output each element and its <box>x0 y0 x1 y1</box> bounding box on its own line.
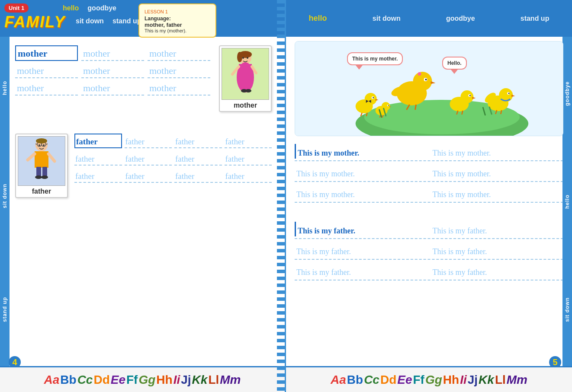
father-image-card: father <box>15 134 68 198</box>
father-image <box>18 136 65 186</box>
trace-father-10[interactable]: father <box>125 168 172 183</box>
svg-point-28 <box>43 144 45 146</box>
left-header: Unit 1 FAMILY hello goodbye sit down sta… <box>0 0 285 37</box>
alphabet-bar-right: AaBbCcDdEeFfGgHhIiJjKkLlMm <box>286 366 572 392</box>
sidebar-sit-down: sit down <box>2 184 8 208</box>
father-sent-1a[interactable]: This is my father. <box>295 222 427 236</box>
left-sidebar: hello sit down stand up <box>0 37 10 366</box>
father-writing-section: father father father father father fathe… <box>0 121 285 202</box>
trace-mother-1[interactable]: mother <box>15 45 78 61</box>
alpha-letter-bb: Bb <box>60 374 76 386</box>
trace-mother-7[interactable]: mother <box>15 80 78 96</box>
alpha-letter-mm: Mm <box>220 374 241 386</box>
mother-sent-row-1: This is my mother. This is my mother. <box>295 144 563 161</box>
mother-sent-3a[interactable]: This is my mother. <box>295 185 427 200</box>
alpha-letter-ii: Ii <box>174 374 180 386</box>
right-page: hello sit down goodbye stand up goodbye … <box>286 0 572 392</box>
trace-mother-4[interactable]: mother <box>15 63 78 78</box>
mother-sent-3b[interactable]: This is my mother. <box>431 185 564 200</box>
family-title: FAMILY <box>4 13 65 31</box>
right-nav-goodbye: goodbye <box>446 15 475 22</box>
svg-point-10 <box>245 89 251 92</box>
right-nav-stand-up: stand up <box>521 15 550 22</box>
father-sent-2b[interactable]: This is my father. <box>431 242 564 257</box>
trace-father-3[interactable]: father <box>174 134 222 148</box>
mother-sent-1a[interactable]: This is my mother. <box>295 144 427 159</box>
trace-father-11[interactable]: father <box>174 168 222 183</box>
alpha-letter-cc: Cc <box>364 374 379 386</box>
svg-point-66 <box>382 102 390 111</box>
trace-mother-8[interactable]: mother <box>81 80 144 96</box>
right-nav-hello: hello <box>309 14 327 23</box>
svg-point-42 <box>365 93 377 105</box>
right-sidebar: goodbye hello sit down <box>562 37 572 366</box>
speech-bubble-text-2: Hello. <box>447 60 462 66</box>
svg-point-38 <box>418 72 421 76</box>
speech-bubble-hello: Hello. <box>442 57 467 74</box>
trace-father-2[interactable]: father <box>125 134 172 148</box>
right-nav-sit-down: sit down <box>373 15 401 22</box>
trace-father-1[interactable]: father <box>74 134 122 148</box>
svg-point-12 <box>247 57 248 59</box>
alpha-letter-ff: Ff <box>413 374 424 386</box>
sidebar-stand-up: stand up <box>2 297 8 322</box>
alpha-letter-dd: Dd <box>93 374 109 386</box>
mother-sent-2b[interactable]: This is my mother. <box>431 165 564 179</box>
svg-point-61 <box>508 92 510 94</box>
trace-mother-2[interactable]: mother <box>81 45 144 61</box>
father-sent-3b[interactable]: This is my father. <box>431 263 564 278</box>
svg-point-19 <box>36 138 47 143</box>
svg-point-25 <box>35 175 42 179</box>
svg-rect-23 <box>36 167 41 176</box>
nav-goodbye: goodbye <box>87 4 116 12</box>
father-sent-2a[interactable]: This is my father. <box>295 242 427 257</box>
mother-sent-2a[interactable]: This is my mother. <box>295 165 427 179</box>
mother-sent-1b[interactable]: This is my mother. <box>431 144 564 159</box>
bird-scene-svg <box>295 41 563 136</box>
trace-father-6[interactable]: father <box>125 151 172 166</box>
mother-figure-svg <box>228 49 263 99</box>
svg-rect-4 <box>239 64 252 81</box>
svg-point-44 <box>373 97 374 98</box>
svg-rect-20 <box>35 151 48 168</box>
lesson-words: mother, father <box>145 22 210 28</box>
lesson-language: Language: <box>145 16 210 22</box>
alpha-letter-bb: Bb <box>347 374 363 386</box>
alpha-letter-ff: Ff <box>126 374 138 386</box>
svg-line-18 <box>46 144 48 144</box>
svg-point-53 <box>469 95 471 96</box>
father-figure-svg <box>23 137 60 185</box>
father-sentence-section: This is my father. This is my father. Th… <box>286 218 572 287</box>
trace-father-5[interactable]: father <box>74 151 122 166</box>
trace-father-4[interactable]: father <box>225 134 272 148</box>
right-sidebar-hello: hello <box>564 194 570 209</box>
svg-line-40 <box>415 105 416 110</box>
svg-point-11 <box>242 57 244 59</box>
father-sent-1b[interactable]: This is my father. <box>431 222 564 236</box>
alpha-letter-ll: Ll <box>208 374 219 386</box>
trace-father-8[interactable]: father <box>225 151 272 166</box>
trace-mother-3[interactable]: mother <box>148 45 210 61</box>
trace-mother-9[interactable]: mother <box>148 80 210 96</box>
trace-father-7[interactable]: father <box>174 151 222 166</box>
alpha-letter-dd: Dd <box>380 374 396 386</box>
alpha-letter-gg: Gg <box>425 374 442 386</box>
trace-mother-5[interactable]: mother <box>81 63 144 78</box>
father-row-2: father father father father <box>74 151 272 166</box>
alpha-letter-gg: Gg <box>138 374 155 386</box>
father-label: father <box>18 188 65 195</box>
mother-sent-row-3: This is my mother. This is my mother. <box>295 185 563 203</box>
father-sent-3a[interactable]: This is my father. <box>295 263 427 278</box>
speech-bubble-text-1: This is my mother. <box>352 56 398 62</box>
trace-father-12[interactable]: father <box>225 168 272 183</box>
mother-row-2: mother mother mother <box>15 63 210 78</box>
alpha-letter-kk: Kk <box>479 374 494 386</box>
mother-writing-section: mother mother mother mother mother mothe… <box>0 37 285 116</box>
svg-point-2 <box>237 52 242 62</box>
nav-sit-down: sit down <box>76 17 104 25</box>
trace-mother-6[interactable]: mother <box>148 63 210 78</box>
mother-sentence-section: This is my mother. This is my mother. Th… <box>286 140 572 210</box>
father-row-1: father father father father <box>74 134 272 148</box>
trace-father-9[interactable]: father <box>74 168 122 183</box>
alpha-letter-hh: Hh <box>443 374 459 386</box>
